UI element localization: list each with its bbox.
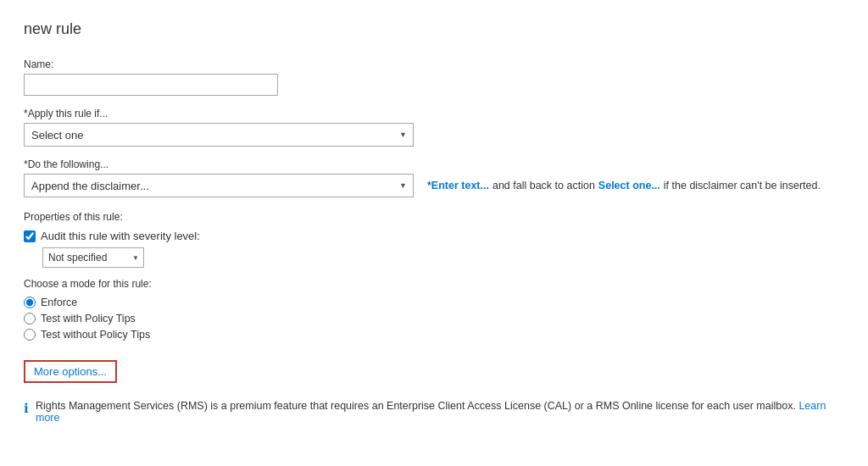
- name-label: Name:: [24, 58, 844, 70]
- mode-test-tips-row: Test with Policy Tips: [24, 313, 844, 325]
- do-following-label: *Do the following...: [24, 158, 844, 170]
- mode-enforce-row: Enforce: [24, 297, 844, 308]
- mode-enforce-label: Enforce: [41, 297, 77, 308]
- properties-title: Properties of this rule:: [24, 211, 844, 223]
- audit-checkbox[interactable]: [24, 230, 36, 242]
- info-bar: ℹ Rights Management Services (RMS) is a …: [24, 400, 844, 424]
- mode-test-no-tips-row: Test without Policy Tips: [24, 329, 844, 341]
- disclaimer-middle-text: and fall back to action: [492, 180, 595, 191]
- info-text: Rights Management Services (RMS) is a pr…: [36, 400, 844, 424]
- more-options-button[interactable]: More options...: [24, 360, 117, 383]
- apply-rule-select[interactable]: Select one The sender is... The recipien…: [24, 123, 414, 147]
- page-container: new rule Name: *Apply this rule if... Se…: [0, 0, 868, 466]
- properties-section: Properties of this rule: Audit this rule…: [24, 211, 844, 268]
- do-following-row: Append the disclaimer... Prepend the dis…: [24, 174, 844, 197]
- mode-test-no-tips-label: Test without Policy Tips: [41, 329, 150, 341]
- select-one-link[interactable]: Select one...: [598, 180, 660, 191]
- mode-enforce-radio[interactable]: [24, 297, 36, 308]
- apply-rule-section: *Apply this rule if... Select one The se…: [24, 108, 844, 147]
- apply-rule-label: *Apply this rule if...: [24, 108, 844, 119]
- mode-title: Choose a mode for this rule:: [24, 278, 844, 290]
- page-title: new rule: [24, 20, 844, 38]
- info-bar-text: Rights Management Services (RMS) is a pr…: [36, 400, 796, 412]
- audit-checkbox-row: Audit this rule with severity level:: [24, 230, 844, 242]
- do-following-select[interactable]: Append the disclaimer... Prepend the dis…: [24, 174, 414, 197]
- apply-rule-select-wrapper: Select one The sender is... The recipien…: [24, 123, 414, 147]
- audit-checkbox-label: Audit this rule with severity level:: [41, 230, 200, 242]
- name-section: Name:: [24, 58, 844, 96]
- info-icon: ℹ: [24, 401, 29, 416]
- severity-select-wrapper: Not specified Low Medium High: [42, 247, 144, 268]
- name-input[interactable]: [24, 74, 278, 96]
- disclaimer-row-text: *Enter text... and fall back to action S…: [427, 180, 821, 191]
- mode-test-tips-radio[interactable]: [24, 313, 36, 325]
- mode-test-no-tips-radio[interactable]: [24, 329, 36, 341]
- enter-text-link[interactable]: *Enter text...: [427, 180, 489, 191]
- severity-select[interactable]: Not specified Low Medium High: [42, 247, 144, 268]
- do-following-select-wrapper: Append the disclaimer... Prepend the dis…: [24, 174, 414, 197]
- mode-test-tips-label: Test with Policy Tips: [41, 313, 136, 325]
- mode-section: Choose a mode for this rule: Enforce Tes…: [24, 278, 844, 341]
- disclaimer-end-text: if the disclaimer can't be inserted.: [664, 180, 821, 191]
- do-following-section: *Do the following... Append the disclaim…: [24, 158, 844, 197]
